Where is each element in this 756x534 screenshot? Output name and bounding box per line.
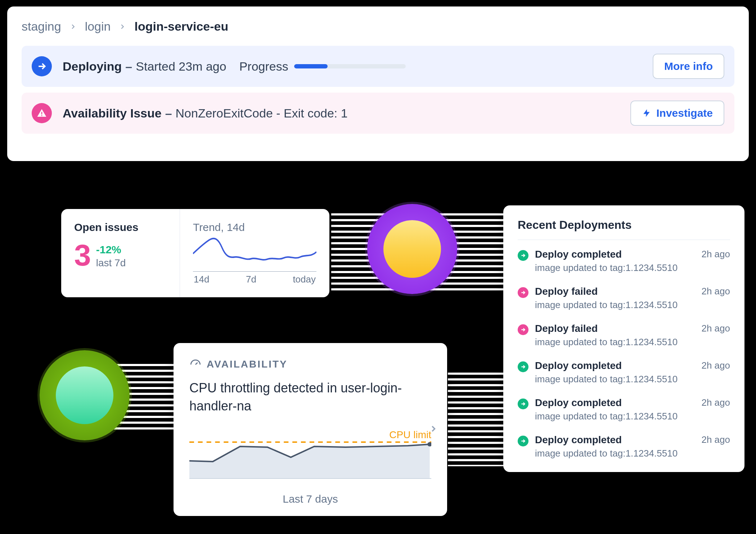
- deployment-detail: image updated to tag:1.1234.5510: [535, 299, 695, 311]
- deployment-detail: image updated to tag:1.1234.5510: [535, 337, 695, 348]
- availability-section-label: AVAILABILITY: [207, 359, 288, 370]
- chevron-right-icon: [118, 23, 126, 31]
- deployment-title: Deploy completed: [535, 434, 695, 446]
- avatar-photo: [56, 366, 113, 424]
- deploy-banner: Deploying – Started 23m ago Progress Mor…: [22, 46, 734, 87]
- open-issues-title: Open issues: [74, 221, 167, 233]
- success-icon: [518, 361, 528, 372]
- issue-banner-title: Availability Issue: [63, 106, 162, 120]
- alert-triangle-icon: [32, 103, 52, 123]
- deployment-row[interactable]: Deploy failedimage updated to tag:1.1234…: [518, 323, 730, 348]
- open-issues-count: 3: [74, 240, 91, 270]
- availability-headline: CPU throttling detected in user-login-ha…: [189, 379, 431, 415]
- open-issues-panel: Open issues 3 -12% last 7d: [61, 209, 180, 297]
- lightning-icon: [642, 108, 651, 119]
- breadcrumb-item[interactable]: staging: [22, 19, 61, 34]
- open-issues-period: last 7d: [96, 257, 126, 269]
- deploy-banner-title: Deploying: [63, 59, 122, 74]
- deployment-row[interactable]: Deploy completedimage updated to tag:1.1…: [518, 434, 730, 459]
- open-issues-card[interactable]: Open issues 3 -12% last 7d Trend, 14d 14…: [61, 209, 329, 297]
- breadcrumb: staging login login-service-eu: [22, 19, 734, 34]
- avatar-photo: [383, 220, 441, 278]
- deploy-banner-subtitle: Started 23m ago: [136, 59, 226, 74]
- progress-label: Progress: [239, 59, 288, 74]
- more-info-button[interactable]: More info: [653, 54, 724, 79]
- chevron-right-icon: [69, 23, 77, 31]
- progress-bar-fill: [294, 64, 328, 68]
- deployment-row[interactable]: Deploy failedimage updated to tag:1.1234…: [518, 286, 730, 311]
- deployment-detail: image updated to tag:1.1234.5510: [535, 374, 695, 385]
- investigate-button[interactable]: Investigate: [630, 101, 724, 126]
- success-icon: [518, 250, 528, 261]
- gauge-icon: [189, 357, 202, 371]
- avatar: [40, 350, 130, 440]
- availability-card[interactable]: AVAILABILITY CPU throttling detected in …: [174, 343, 447, 516]
- recent-deployments-title: Recent Deployments: [518, 218, 730, 232]
- success-icon: [518, 436, 528, 446]
- deployment-time: 2h ago: [701, 323, 730, 334]
- open-issues-delta: -12%: [96, 244, 126, 256]
- progress-bar: [294, 64, 406, 68]
- issue-banner-subtitle: NonZeroExitCode - Exit code: 1: [176, 106, 348, 120]
- cpu-chart: [189, 421, 431, 479]
- fail-icon: [518, 324, 528, 335]
- svg-rect-1: [41, 115, 42, 116]
- deployment-time: 2h ago: [701, 360, 730, 371]
- deployment-row[interactable]: Deploy completedimage updated to tag:1.1…: [518, 360, 730, 385]
- deployment-title: Deploy completed: [535, 360, 695, 371]
- deployment-time: 2h ago: [701, 434, 730, 445]
- deployment-detail: image updated to tag:1.1234.5510: [535, 448, 695, 459]
- deployment-row[interactable]: Deploy completedimage updated to tag:1.1…: [518, 249, 730, 273]
- service-header-card: staging login login-service-eu Deploying…: [7, 6, 749, 161]
- deployment-title: Deploy completed: [535, 397, 695, 409]
- breadcrumb-current: login-service-eu: [134, 19, 228, 34]
- deployment-title: Deploy failed: [535, 323, 695, 334]
- trend-title: Trend, 14d: [193, 221, 316, 233]
- trend-sparkline: [193, 236, 316, 270]
- issue-banner: Availability Issue – NonZeroExitCode - E…: [22, 93, 734, 134]
- availability-footer: Last 7 days: [189, 493, 431, 505]
- deployment-time: 2h ago: [701, 397, 730, 408]
- deployment-title: Deploy failed: [535, 286, 695, 297]
- success-icon: [518, 399, 528, 409]
- avatar: [367, 204, 457, 294]
- deployment-detail: image updated to tag:1.1234.5510: [535, 262, 695, 273]
- fail-icon: [518, 287, 528, 298]
- chevron-right-icon[interactable]: [428, 424, 438, 435]
- trend-axis: 14d 7d today: [193, 271, 316, 285]
- svg-rect-0: [41, 112, 42, 115]
- breadcrumb-item[interactable]: login: [85, 19, 111, 34]
- deployment-title: Deploy completed: [535, 249, 695, 260]
- trend-panel: Trend, 14d 14d 7d today: [180, 209, 329, 297]
- deployment-time: 2h ago: [701, 249, 730, 260]
- deployment-row[interactable]: Deploy completedimage updated to tag:1.1…: [518, 397, 730, 422]
- deployment-detail: image updated to tag:1.1234.5510: [535, 411, 695, 422]
- deployment-time: 2h ago: [701, 286, 730, 297]
- recent-deployments-card: Recent Deployments Deploy completedimage…: [503, 205, 744, 472]
- arrow-right-circle-icon: [32, 56, 52, 76]
